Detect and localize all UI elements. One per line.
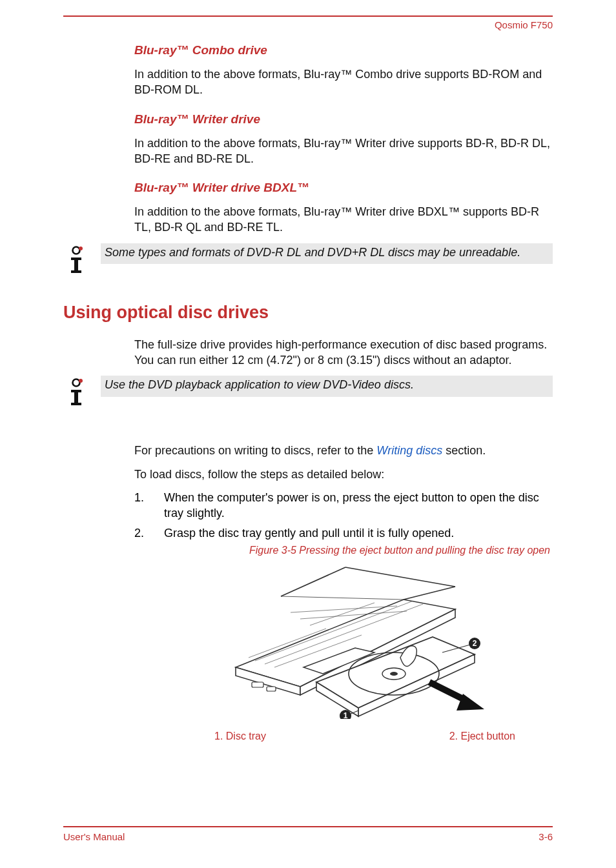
- step-2: Grasp the disc tray gently and pull unti…: [134, 525, 553, 743]
- svg-text:1: 1: [344, 711, 348, 719]
- link-writing-discs[interactable]: Writing discs: [376, 444, 442, 457]
- precaution-prefix: For precautions on writing to discs, ref…: [134, 444, 376, 457]
- info-icon: [63, 376, 89, 410]
- para-combo-drive: In addition to the above formats, Blu-ra…: [134, 66, 553, 98]
- svg-line-8: [404, 587, 455, 600]
- para-writer-drive: In addition to the above formats, Blu-ra…: [134, 136, 553, 167]
- step-2-text: Grasp the disc tray gently and pull unti…: [164, 525, 553, 541]
- svg-line-10: [281, 596, 404, 600]
- step-1-text: When the computer's power is on, press t…: [164, 490, 553, 521]
- heading-combo-drive: Blu-ray™ Combo drive: [134, 43, 553, 57]
- svg-line-9: [281, 567, 345, 596]
- page-footer: User's Manual 3-6: [63, 826, 553, 842]
- para-using-intro: The full-size drive provides high-perfor…: [134, 337, 553, 368]
- note-text-dvd-dl: Some types and formats of DVD-R DL and D…: [101, 243, 553, 264]
- svg-point-0: [73, 247, 80, 254]
- note-playback: Use the DVD playback application to view…: [63, 376, 553, 410]
- para-precautions: For precautions on writing to discs, ref…: [134, 443, 553, 458]
- svg-point-1: [79, 247, 83, 250]
- para-load-intro: To load discs, follow the steps as detai…: [134, 467, 553, 482]
- note-text-playback: Use the DVD playback application to view…: [101, 376, 553, 396]
- figure-caption: Figure 3-5 Pressing the eject button and…: [164, 543, 553, 558]
- figure-disc-tray: 2 1: [229, 561, 488, 719]
- heading-using-optical: Using optical disc drives: [63, 303, 553, 323]
- heading-writer-drive: Blu-ray™ Writer drive: [134, 112, 553, 126]
- heading-bdxl-drive: Blu-ray™ Writer drive BDXL™: [134, 181, 553, 195]
- product-name-header: Qosmio F750: [63, 17, 553, 43]
- label-disc-tray: 1. Disc tray: [214, 729, 266, 743]
- note-dvd-dl: Some types and formats of DVD-R DL and D…: [63, 243, 553, 278]
- label-eject-button: 2. Eject button: [449, 729, 515, 743]
- footer-left: User's Manual: [63, 831, 125, 842]
- info-icon: [63, 243, 89, 278]
- svg-line-7: [345, 567, 455, 587]
- svg-point-2: [73, 379, 80, 387]
- svg-point-3: [79, 379, 83, 383]
- svg-rect-19: [252, 682, 263, 687]
- svg-text:2: 2: [473, 639, 477, 648]
- footer-right: 3-6: [539, 831, 553, 842]
- svg-point-26: [390, 672, 398, 676]
- svg-rect-20: [267, 687, 276, 691]
- step-1: When the computer's power is on, press t…: [134, 490, 553, 521]
- precaution-suffix: section.: [442, 444, 486, 457]
- para-bdxl-drive: In addition to the above formats, Blu-ra…: [134, 204, 553, 236]
